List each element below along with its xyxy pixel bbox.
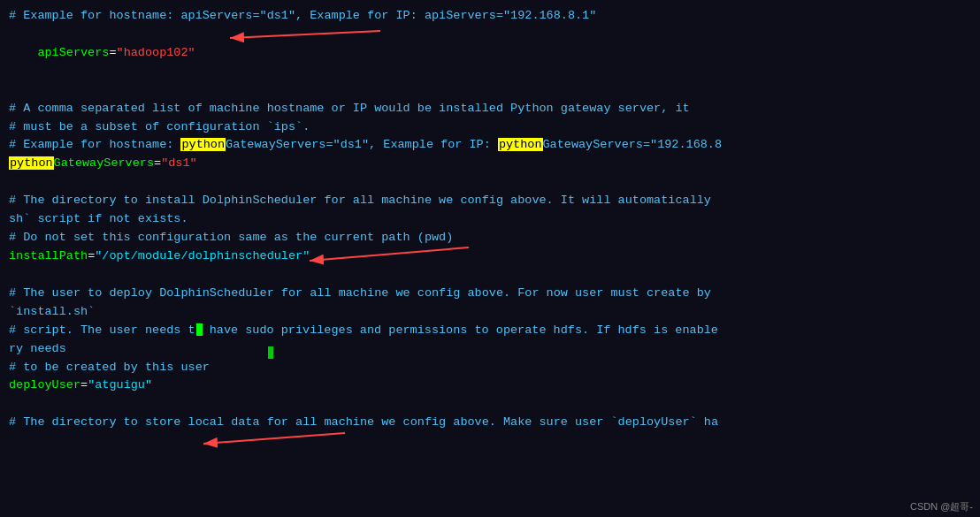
line-21: # The directory to store local data for … xyxy=(9,414,971,432)
empty-line-2 xyxy=(9,173,971,192)
value-installpath: "/opt/module/dolphinscheduler" xyxy=(95,249,310,262)
line-7: pythonGatewayServers="ds1" xyxy=(9,155,971,173)
line-6: # Example for hostname: pythonGatewaySer… xyxy=(9,136,971,155)
key-apiServers: apiServers xyxy=(37,46,109,59)
line-14: # The user to deploy DolphinScheduler fo… xyxy=(9,285,971,303)
svg-line-3 xyxy=(203,433,345,444)
cursor xyxy=(196,323,203,336)
highlight-python-1: python xyxy=(180,138,226,151)
line-4: # A comma separated list of machine host… xyxy=(9,100,971,118)
line-1: # Example for hostname: apiServers="ds1"… xyxy=(9,7,971,26)
highlight-python-3: python xyxy=(9,156,54,170)
line-12: installPath="/opt/module/dolphinschedule… xyxy=(9,247,971,266)
highlight-python-2: python xyxy=(498,138,543,151)
line-16: # script. The user needs t have sudo pri… xyxy=(9,322,971,340)
line-17: ry needs xyxy=(9,340,971,359)
key-gatewayServers: GatewayServers xyxy=(54,156,154,170)
key-deployUser: deployUser xyxy=(9,378,80,392)
watermark: CSDN @超哥- xyxy=(910,500,973,513)
line-11: # Do not set this configuration same as … xyxy=(9,229,971,247)
line-10: sh` script if not exists. xyxy=(9,210,971,229)
line-2: apiServers="hadoop102" xyxy=(9,26,971,81)
terminal-window: # Example for hostname: apiServers="ds1"… xyxy=(0,0,980,517)
key-installPath: installPath xyxy=(9,249,88,262)
empty-line-3 xyxy=(9,266,971,285)
line-9: # The directory to install DolphinSchedu… xyxy=(9,192,971,210)
line-5: # must be a subset of configuration `ips… xyxy=(9,118,971,137)
value-ds1: "ds1" xyxy=(161,156,197,170)
value-atguigu: "atguigu" xyxy=(88,378,152,392)
line-15: `install.sh` xyxy=(9,303,971,322)
empty-line-1 xyxy=(9,81,971,100)
line-19: deployUser="atguigu" xyxy=(9,376,971,395)
value-hadoop102: "hadoop102" xyxy=(117,46,195,59)
line-18: # to be created by this user xyxy=(9,359,971,377)
empty-line-4 xyxy=(9,395,971,414)
